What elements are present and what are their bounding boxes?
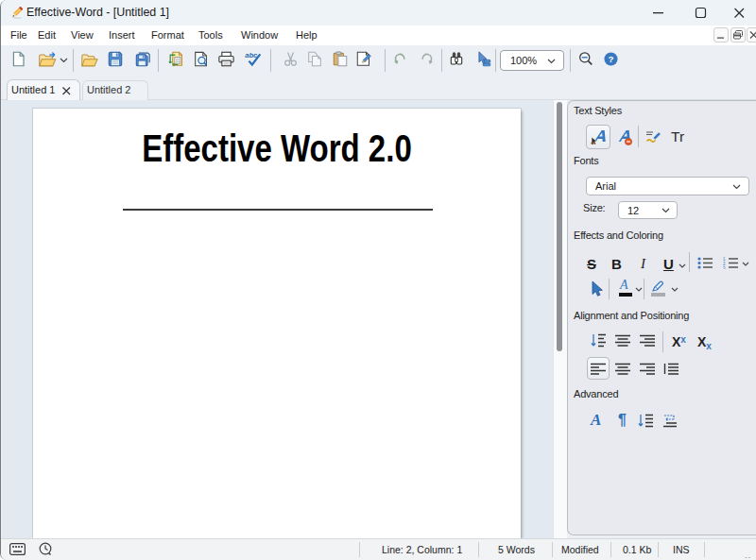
svg-text:3: 3 — [723, 266, 726, 270]
svg-text:?: ? — [609, 54, 614, 64]
